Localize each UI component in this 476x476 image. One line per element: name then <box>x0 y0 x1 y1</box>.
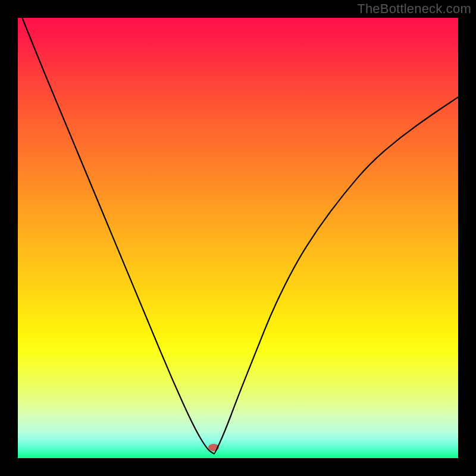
watermark-text: TheBottleneck.com <box>357 1 471 17</box>
curve-line <box>18 18 458 458</box>
chart-area <box>18 18 458 458</box>
